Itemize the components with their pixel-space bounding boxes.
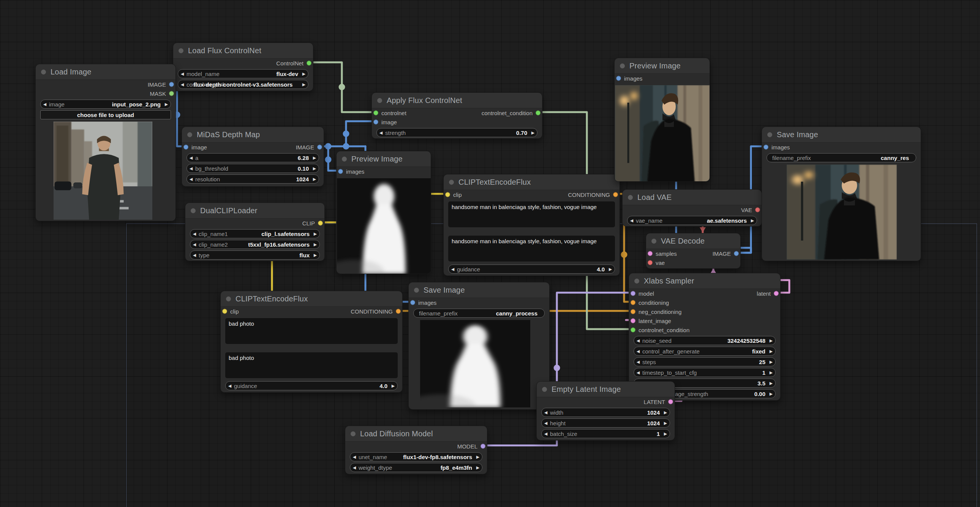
- combo-left-arrow-icon[interactable]: ◀: [178, 82, 186, 87]
- collapse-dot-icon[interactable]: [187, 132, 192, 137]
- node-title-bar[interactable]: CLIPTextEncodeFlux: [221, 291, 402, 307]
- combo-right-arrow-icon[interactable]: ▶: [661, 431, 670, 436]
- node-save-right[interactable]: Save Imageimagesfilename_prefixcanny_res: [762, 127, 921, 261]
- node-title-bar[interactable]: DualCLIPLoader: [185, 203, 325, 218]
- input-port-dot[interactable]: [373, 120, 378, 125]
- node-title-bar[interactable]: Empty Latent Image: [537, 381, 675, 397]
- input-port-dot[interactable]: [630, 309, 635, 314]
- output-port-dot[interactable]: [774, 291, 779, 296]
- combo-left-arrow-icon[interactable]: ◀: [634, 370, 642, 375]
- input-port-dot[interactable]: [648, 260, 652, 265]
- node-title-bar[interactable]: Load Flux ControlNet: [173, 43, 313, 59]
- combo-left-arrow-icon[interactable]: ◀: [377, 130, 385, 135]
- combo-right-arrow-icon[interactable]: ▶: [661, 410, 670, 415]
- link-reroute-dot[interactable]: [621, 252, 627, 258]
- output-port-dot[interactable]: [734, 251, 739, 256]
- widget-controlnet-path[interactable]: ◀controlnet_pathflux-depth-controlnet-v3…: [178, 80, 309, 89]
- node-cliptext-top[interactable]: CLIPTextEncodeFluxclipCONDITIONINGhandso…: [443, 174, 620, 276]
- input-port-dot[interactable]: [630, 291, 635, 296]
- node-midas[interactable]: MiDaS Depth MapimageIMAGE◀a6.28▶◀bg_thre…: [181, 127, 324, 187]
- widget-guidance[interactable]: ◀guidance4.0▶: [448, 265, 615, 274]
- node-title-bar[interactable]: Save Image: [762, 127, 921, 142]
- widget-filename-prefix[interactable]: filename_prefixcanny_res: [767, 153, 916, 162]
- output-port-dot[interactable]: [169, 91, 174, 96]
- prompt-textarea[interactable]: handsome man in balenciaga style, fashio…: [448, 236, 615, 261]
- node-preview-topright[interactable]: Preview Imageimages: [614, 58, 710, 182]
- combo-left-arrow-icon[interactable]: ◀: [350, 454, 359, 459]
- collapse-dot-icon[interactable]: [351, 431, 356, 436]
- input-port-dot[interactable]: [648, 251, 652, 256]
- output-port-dot[interactable]: [317, 145, 322, 150]
- node-title-bar[interactable]: Save Image: [409, 282, 549, 298]
- combo-left-arrow-icon[interactable]: ◀: [542, 410, 550, 415]
- output-port-dot[interactable]: [755, 207, 760, 212]
- combo-left-arrow-icon[interactable]: ◀: [350, 465, 359, 470]
- combo-left-arrow-icon[interactable]: ◀: [187, 155, 195, 160]
- node-title-bar[interactable]: Apply Flux ControlNet: [372, 93, 542, 108]
- collapse-dot-icon[interactable]: [41, 70, 46, 75]
- node-title-bar[interactable]: Load VAE: [622, 190, 762, 205]
- node-empty-latent[interactable]: Empty Latent ImageLATENT◀width1024▶◀heig…: [536, 381, 675, 440]
- node-vae-decode[interactable]: VAE DecodesamplesIMAGEvae: [646, 233, 741, 269]
- collapse-dot-icon[interactable]: [226, 297, 231, 301]
- widget-model-name[interactable]: ◀model_nameflux-dev▶: [178, 69, 309, 78]
- input-port-dot[interactable]: [222, 309, 227, 314]
- node-load-flux-controlnet[interactable]: Load Flux ControlNetControlNet◀model_nam…: [173, 43, 313, 91]
- node-save-middle[interactable]: Save Imageimagesfilename_prefixcanny_pro…: [408, 282, 550, 410]
- combo-right-arrow-icon[interactable]: ▶: [767, 338, 775, 343]
- widget-clip-name2[interactable]: ◀clip_name2t5xxl_fp16.safetensors▶: [190, 240, 320, 249]
- node-load-image[interactable]: Load ImageIMAGEMASK◀imageinput_pose_2.pn…: [35, 64, 176, 221]
- combo-right-arrow-icon[interactable]: ▶: [311, 231, 320, 236]
- link-reroute-dot[interactable]: [554, 365, 560, 371]
- widget-strength[interactable]: ◀strength0.70▶: [376, 128, 538, 137]
- combo-right-arrow-icon[interactable]: ▶: [529, 130, 537, 135]
- combo-right-arrow-icon[interactable]: ▶: [661, 421, 670, 426]
- node-cliptext-bottom[interactable]: CLIPTextEncodeFluxclipCONDITIONINGbad ph…: [220, 291, 402, 392]
- widget-timestep-to-start-cfg[interactable]: ◀timestep_to_start_cfg1▶: [633, 368, 776, 377]
- widget-unet-name[interactable]: ◀unet_nameflux1-dev-fp8.safetensors▶: [350, 452, 482, 461]
- combo-right-arrow-icon[interactable]: ▶: [311, 242, 320, 247]
- output-port-dot[interactable]: [307, 61, 312, 66]
- node-load-diffusion[interactable]: Load Diffusion ModelMODEL◀unet_nameflux1…: [345, 426, 487, 474]
- combo-right-arrow-icon[interactable]: ▶: [310, 166, 319, 171]
- link-reroute-dot[interactable]: [325, 156, 332, 163]
- collapse-dot-icon[interactable]: [178, 48, 183, 53]
- combo-right-arrow-icon[interactable]: ▶: [748, 218, 757, 223]
- widget-bg-threshold[interactable]: ◀bg_threshold0.10▶: [186, 164, 319, 173]
- node-graph-canvas[interactable]: Load Flux ControlNetControlNet◀model_nam…: [0, 0, 980, 507]
- widget-vae-name[interactable]: ◀vae_nameae.safetensors▶: [627, 216, 757, 225]
- collapse-dot-icon[interactable]: [767, 132, 772, 137]
- input-port-dot[interactable]: [630, 319, 635, 324]
- combo-left-arrow-icon[interactable]: ◀: [190, 253, 199, 258]
- prompt-textarea[interactable]: handsome man in balenciaga style, fashio…: [448, 201, 615, 227]
- node-title-bar[interactable]: Load Diffusion Model: [345, 426, 487, 442]
- combo-left-arrow-icon[interactable]: ◀: [178, 72, 186, 77]
- combo-right-arrow-icon[interactable]: ▶: [310, 177, 319, 182]
- widget-noise-seed[interactable]: ◀noise_seed324242532548▶: [633, 336, 776, 345]
- node-title-bar[interactable]: VAE Decode: [646, 233, 740, 249]
- collapse-dot-icon[interactable]: [620, 64, 625, 69]
- combo-right-arrow-icon[interactable]: ▶: [767, 381, 775, 386]
- widget-type[interactable]: ◀typeflux▶: [190, 250, 320, 260]
- combo-right-arrow-icon[interactable]: ▶: [389, 383, 397, 388]
- widget-a[interactable]: ◀a6.28▶: [186, 153, 319, 162]
- combo-left-arrow-icon[interactable]: ◀: [449, 267, 457, 272]
- collapse-dot-icon[interactable]: [628, 195, 633, 200]
- widget-steps[interactable]: ◀steps25▶: [633, 357, 776, 367]
- combo-right-arrow-icon[interactable]: ▶: [767, 370, 775, 375]
- node-title-bar[interactable]: MiDaS Depth Map: [182, 127, 324, 142]
- combo-right-arrow-icon[interactable]: ▶: [767, 391, 775, 396]
- node-dualclip[interactable]: DualCLIPLoaderCLIP◀clip_name1clip_l.safe…: [185, 202, 325, 261]
- combo-right-arrow-icon[interactable]: ▶: [162, 102, 170, 107]
- output-port-dot[interactable]: [396, 309, 401, 314]
- collapse-dot-icon[interactable]: [542, 387, 547, 392]
- output-port-dot[interactable]: [480, 444, 485, 449]
- combo-left-arrow-icon[interactable]: ◀: [627, 218, 636, 223]
- widget-image[interactable]: ◀imageinput_pose_2.png▶: [40, 100, 171, 109]
- widget-control-after-generate[interactable]: ◀control_after_generatefixed▶: [633, 347, 776, 356]
- output-port-dot[interactable]: [613, 192, 618, 197]
- combo-left-arrow-icon[interactable]: ◀: [226, 383, 234, 388]
- collapse-dot-icon[interactable]: [449, 180, 454, 185]
- combo-left-arrow-icon[interactable]: ◀: [634, 349, 642, 354]
- input-port-dot[interactable]: [616, 76, 621, 81]
